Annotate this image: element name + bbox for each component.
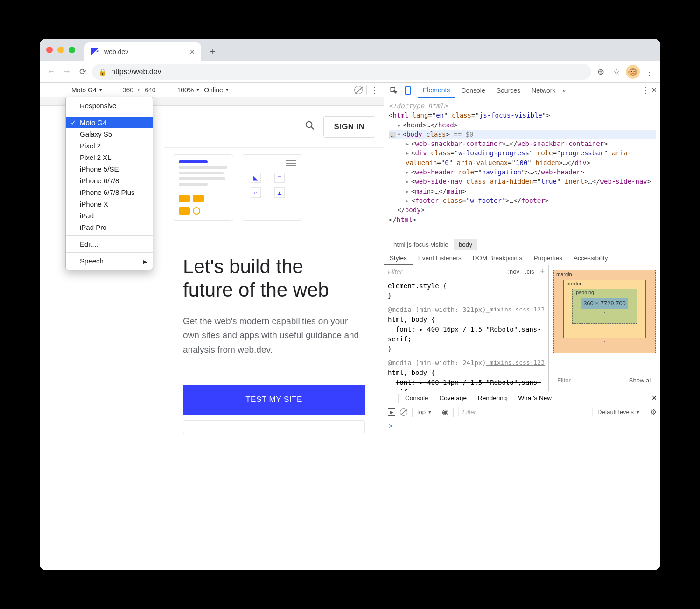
reload-icon[interactable]: ⟳ [76, 65, 89, 78]
rotate-icon[interactable] [354, 86, 363, 94]
cls-toggle[interactable]: .cls [525, 268, 534, 275]
placeholder-line [179, 172, 224, 174]
device-menu-icon[interactable]: ⋮ [371, 85, 379, 95]
rules-list[interactable]: element.style {} _mixins.scss:123 @media… [384, 278, 548, 391]
drawer-tab-coverage[interactable]: Coverage [435, 391, 472, 405]
dom-line[interactable]: ▸<web-snackbar-container>…</web-snackbar… [389, 139, 656, 148]
profile-avatar[interactable]: 🐵 [626, 65, 640, 79]
device-select[interactable]: Moto G4 ▼ [71, 86, 103, 94]
context-select[interactable]: top ▼ [417, 408, 432, 415]
tab-console[interactable]: Console [456, 83, 490, 98]
signin-button[interactable]: SIGN IN [323, 116, 375, 138]
device-option-responsive[interactable]: Responsive [66, 100, 153, 111]
viewport-width[interactable]: 360 [123, 86, 133, 94]
rule-source[interactable]: _mixins.scss:123 [486, 358, 545, 367]
live-expression-icon[interactable]: ◉ [442, 408, 448, 416]
device-option[interactable]: iPhone 6/7/8 [66, 175, 153, 187]
subtab-styles[interactable]: Styles [384, 252, 413, 265]
device-option[interactable]: Pixel 2 XL [66, 152, 153, 163]
crumb-item[interactable]: body [454, 239, 477, 250]
hov-toggle[interactable]: :hov [508, 268, 519, 275]
rule-source[interactable]: _mixins.scss:123 [486, 305, 545, 314]
card[interactable] [173, 154, 233, 221]
crumb-item[interactable]: html.js-focus-visible [389, 239, 453, 250]
play-icon[interactable]: ▶ [388, 408, 395, 416]
drawer-close-icon[interactable]: × [651, 393, 657, 403]
chevron-down-icon: ▼ [196, 87, 200, 92]
new-rule-icon[interactable]: + [539, 267, 545, 277]
search-icon[interactable] [305, 120, 315, 133]
bookmark-icon[interactable]: ☆ [610, 65, 623, 78]
clear-console-icon[interactable] [400, 408, 407, 416]
device-edit[interactable]: Edit… [66, 238, 153, 250]
device-option[interactable]: iPhone X [66, 198, 153, 210]
box-model[interactable]: margin - border padding - 360 × 7729.700… [553, 270, 656, 353]
forward-icon[interactable]: → [60, 65, 73, 78]
hero-title-line: Let's build the [183, 256, 303, 277]
device-option[interactable]: Galaxy S5 [66, 128, 153, 140]
back-icon[interactable]: ← [44, 65, 57, 78]
dom-line[interactable]: </body> [389, 205, 656, 215]
toolbar: ← → ⟳ 🔒 https://web.dev ⊕ ☆ 🐵 ⋮ [40, 61, 660, 83]
bm-content: 360 × 7729.700 [581, 298, 628, 309]
device-mode-icon[interactable] [402, 84, 414, 97]
browser-tab[interactable]: web.dev × [84, 42, 201, 61]
maximize-window-icon[interactable] [69, 47, 75, 53]
console-filter-input[interactable]: Filter [458, 407, 593, 417]
dom-line-selected[interactable]: …▾<body class> == $0 [389, 130, 656, 139]
computed-filter-input[interactable]: Filter [557, 377, 571, 384]
tab-elements[interactable]: Elements [418, 83, 455, 98]
drawer-tab-rendering[interactable]: Rendering [473, 391, 511, 405]
zoom-select[interactable]: 100% ▼ [177, 86, 201, 94]
dom-tree[interactable]: <!doctype html> <html lang="en" class="j… [384, 98, 660, 238]
card[interactable]: ◣ □ ○ ▲ [242, 154, 302, 221]
log-levels-select[interactable]: Default levels ▼ [597, 408, 640, 415]
viewport-height[interactable]: 640 [145, 86, 155, 94]
new-tab-button[interactable]: + [205, 44, 220, 59]
drawer-menu-icon[interactable]: ⋮ [388, 393, 396, 403]
device-option[interactable]: iPhone 6/7/8 Plus [66, 187, 153, 198]
device-option[interactable]: Pixel 2 [66, 140, 153, 152]
device-option[interactable]: iPhone 5/SE [66, 163, 153, 175]
console-settings-icon[interactable]: ⚙ [650, 408, 657, 416]
bm-label-border: border [567, 281, 581, 286]
throttling-select[interactable]: Online ▼ [204, 86, 229, 94]
close-window-icon[interactable] [46, 47, 53, 53]
devtools-menu-icon[interactable]: ⋮ [641, 85, 650, 96]
dom-line[interactable]: ▸<div class="w-loading-progress" role="p… [389, 148, 656, 167]
circle-icon [193, 207, 200, 215]
dom-line: <!doctype html> [389, 101, 656, 111]
dom-line[interactable]: <html lang="en" class="js-focus-visible"… [389, 111, 656, 120]
device-option[interactable]: iPad Pro [66, 221, 153, 233]
subtab-dombp[interactable]: DOM Breakpoints [467, 252, 528, 264]
dom-line[interactable]: </html> [389, 215, 656, 224]
show-all-toggle[interactable]: Show all [622, 377, 652, 384]
install-icon[interactable]: ⊕ [594, 65, 607, 78]
subtab-events[interactable]: Event Listeners [413, 252, 467, 264]
cta-button[interactable]: TEST MY SITE [183, 385, 365, 415]
inspect-icon[interactable] [388, 84, 400, 97]
dom-line[interactable]: ▸<web-side-nav class aria-hidden="true" … [389, 177, 656, 186]
styles-filter-input[interactable]: Filter [388, 268, 502, 276]
tab-network[interactable]: Network [527, 83, 560, 98]
device-option[interactable]: iPad [66, 210, 153, 221]
devtools-close-icon[interactable]: × [651, 85, 657, 95]
tab-close-icon[interactable]: × [189, 47, 195, 57]
device-option[interactable]: Moto G4 [66, 117, 153, 128]
dom-line[interactable]: ▸<head>…</head> [389, 120, 656, 130]
more-tabs-icon[interactable]: » [562, 87, 566, 94]
dom-line[interactable]: ▸<web-header role="navigation">…</web-he… [389, 167, 656, 177]
tab-sources[interactable]: Sources [492, 83, 525, 98]
dom-line[interactable]: ▸<footer class="w-footer">…</footer> [389, 196, 656, 205]
device-speech[interactable]: Speech [66, 255, 153, 267]
dom-line[interactable]: ▸<main>…</main> [389, 187, 656, 196]
drawer-tab-whatsnew[interactable]: What's New [513, 391, 556, 405]
browser-menu-icon[interactable]: ⋮ [643, 65, 656, 78]
console-body[interactable]: > [384, 419, 660, 570]
input-placeholder[interactable] [183, 420, 365, 434]
address-bar[interactable]: 🔒 https://web.dev [92, 64, 591, 80]
minimize-window-icon[interactable] [57, 47, 64, 53]
subtab-props[interactable]: Properties [528, 252, 568, 264]
subtab-a11y[interactable]: Accessibility [568, 252, 614, 264]
drawer-tab-console[interactable]: Console [400, 391, 433, 405]
